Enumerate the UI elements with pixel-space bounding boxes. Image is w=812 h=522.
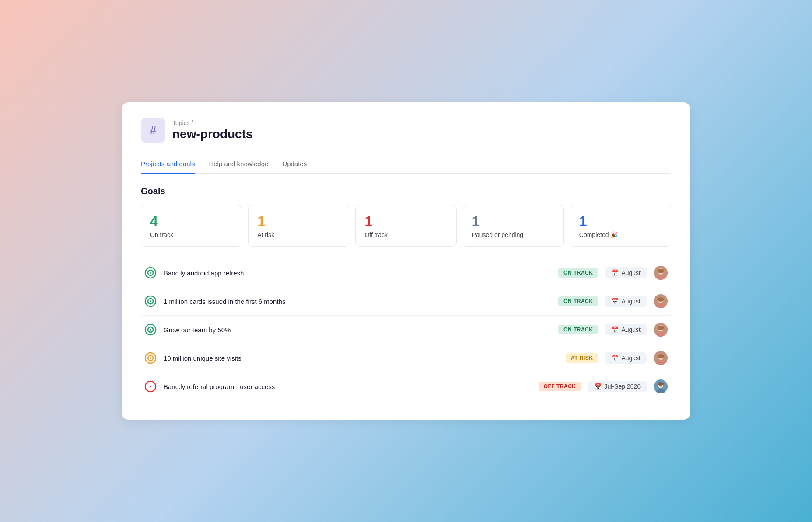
date-badge: 📅 August	[605, 324, 647, 335]
calendar-icon: 📅	[611, 326, 619, 333]
stat-on-track-label: On track	[150, 231, 233, 238]
goal-name: 10 million unique site visits	[164, 355, 559, 362]
date-badge: 📅 August	[605, 296, 647, 307]
goal-name: Grow our team by 50%	[164, 326, 551, 334]
avatar	[654, 351, 668, 365]
stat-on-track-number: 4	[150, 213, 233, 230]
goal-icon	[144, 267, 157, 279]
calendar-icon: 📅	[611, 298, 619, 305]
goal-name: 1 million cards issued in the first 6 mo…	[164, 298, 551, 305]
avatar	[654, 323, 668, 337]
goal-status-icon	[144, 324, 157, 336]
stat-off-track-label: Off track	[364, 231, 447, 238]
tab-bar: Projects and goals Help and knowledge Up…	[141, 157, 671, 174]
stat-at-risk-number: 1	[257, 213, 340, 230]
goal-row[interactable]: Banc.ly android app refresh ON TRACK 📅 A…	[141, 259, 671, 287]
svg-point-6	[658, 269, 664, 273]
main-card: # Topics / new-products Projects and goa…	[122, 102, 690, 420]
goal-icon	[144, 352, 157, 364]
topic-icon: #	[141, 118, 165, 143]
stat-off-track[interactable]: 1 Off track	[355, 205, 456, 247]
tab-help-knowledge[interactable]: Help and knowledge	[209, 157, 268, 174]
goal-row[interactable]: Grow our team by 50% ON TRACK 📅 August	[141, 316, 671, 344]
goal-status-icon	[144, 380, 157, 393]
stat-off-track-number: 1	[364, 213, 447, 230]
avatar	[654, 294, 668, 308]
calendar-icon: 📅	[611, 355, 619, 362]
status-badge: AT RISK	[566, 353, 598, 363]
avatar	[654, 266, 668, 280]
date-badge: 📅 August	[605, 267, 647, 278]
status-badge: ON TRACK	[558, 268, 598, 278]
stat-paused[interactable]: 1 Paused or pending	[463, 205, 564, 247]
stat-completed[interactable]: 1 Completed 🎉	[570, 205, 671, 247]
page-title: new-products	[172, 127, 253, 141]
goal-name: Banc.ly referral program - user access	[164, 383, 532, 390]
goal-icon	[144, 380, 157, 393]
goal-date: August	[621, 298, 640, 305]
svg-point-13	[658, 297, 664, 302]
goals-list: Banc.ly android app refresh ON TRACK 📅 A…	[141, 259, 671, 400]
header-text: Topics / new-products	[172, 119, 253, 141]
goals-section-title: Goals	[141, 186, 671, 196]
status-badge: ON TRACK	[558, 296, 598, 306]
svg-point-33	[658, 382, 664, 386]
tab-projects-goals[interactable]: Projects and goals	[141, 157, 195, 174]
goal-row[interactable]: 10 million unique site visits AT RISK 📅 …	[141, 344, 671, 372]
stat-completed-number: 1	[579, 213, 662, 230]
goal-date: August	[621, 326, 640, 333]
calendar-icon: 📅	[611, 269, 619, 276]
svg-point-20	[658, 326, 664, 330]
goal-date: Jul-Sep 2026	[604, 383, 640, 390]
goal-date: August	[621, 355, 640, 362]
breadcrumb: Topics /	[172, 119, 253, 126]
goal-status-icon	[144, 295, 157, 307]
date-badge: 📅 Jul-Sep 2026	[588, 381, 647, 392]
goal-status-icon	[144, 352, 157, 364]
status-badge: OFF TRACK	[539, 382, 581, 391]
svg-point-23	[150, 357, 151, 359]
svg-point-9	[150, 300, 151, 302]
stat-at-risk-label: At risk	[257, 231, 340, 238]
stat-at-risk[interactable]: 1 At risk	[248, 205, 349, 247]
date-badge: 📅 August	[605, 352, 647, 364]
header: # Topics / new-products	[141, 118, 671, 143]
goal-status-icon	[144, 267, 157, 279]
svg-point-27	[658, 354, 664, 358]
goal-row[interactable]: 1 million cards issued in the first 6 mo…	[141, 287, 671, 316]
stat-paused-number: 1	[472, 213, 555, 230]
svg-point-29	[150, 386, 151, 387]
goal-date: August	[621, 269, 640, 276]
goal-icon	[144, 295, 157, 307]
status-badge: ON TRACK	[558, 325, 598, 334]
tab-updates[interactable]: Updates	[282, 157, 307, 174]
avatar	[654, 379, 668, 393]
stat-paused-label: Paused or pending	[472, 231, 555, 238]
svg-point-16	[150, 329, 151, 331]
goal-name: Banc.ly android app refresh	[164, 269, 551, 277]
svg-point-2	[150, 272, 151, 274]
stat-completed-label: Completed 🎉	[579, 231, 662, 238]
stat-on-track[interactable]: 4 On track	[141, 205, 242, 247]
stats-grid: 4 On track 1 At risk 1 Off track 1 Pause…	[141, 205, 671, 247]
calendar-icon: 📅	[594, 383, 602, 390]
goal-row[interactable]: Banc.ly referral program - user access O…	[141, 372, 671, 400]
goal-icon	[144, 324, 157, 336]
